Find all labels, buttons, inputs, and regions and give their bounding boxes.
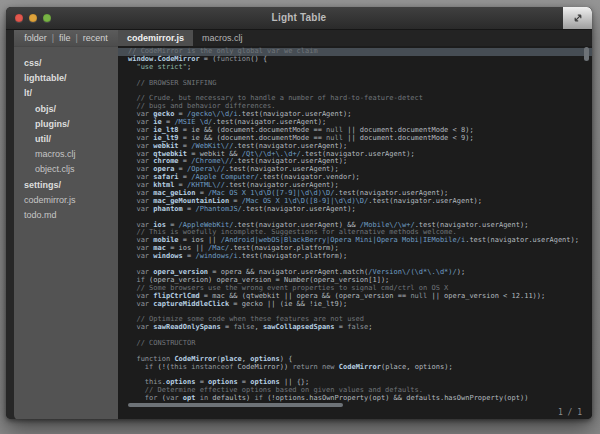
code-token: (!options.hasOwnProperty(opt) && default… — [263, 394, 529, 402]
tree-item-objs[interactable]: objs/ — [14, 102, 118, 117]
code-token: /Mac/ — [208, 244, 229, 252]
window-left-edge — [6, 30, 14, 419]
code-token: = mac && (qtwebkit || opera && (opera_ve… — [200, 292, 411, 300]
code-token: function — [136, 355, 174, 363]
code-token: = — [179, 142, 192, 150]
code-token: // bugs and behavior differences. — [136, 102, 275, 110]
code-token: windows — [153, 252, 183, 260]
code-token: var — [136, 189, 153, 197]
code-token: || opera_version < 12.11)); — [427, 292, 545, 300]
code-token — [128, 378, 145, 386]
code-token: || document.documentMode < 9); — [343, 134, 474, 142]
title-bar[interactable]: Light Table — [6, 7, 592, 30]
code-token: instanceof — [191, 363, 233, 371]
code-token: in — [200, 394, 208, 402]
code-token: = ie && (document.documentMode == — [179, 134, 327, 142]
code-token: var — [136, 236, 153, 244]
code-editor[interactable]: // CodeMirror is the only global var we … — [118, 48, 592, 403]
code-token: = — [183, 252, 196, 260]
code-line[interactable]: if (!(this instanceof CodeMirror)) retur… — [118, 364, 592, 372]
code-line[interactable]: var phantom = /PhantomJS/.test(navigator… — [118, 206, 592, 214]
sidebar-header: folder|file|recent — [14, 30, 118, 47]
code-token: this — [145, 378, 162, 386]
code-line[interactable]: var captureMiddleClick = gecko || (ie &&… — [118, 301, 592, 309]
code-token: opt — [183, 394, 196, 402]
code-token: gecko — [153, 110, 174, 118]
code-token: var — [136, 197, 153, 205]
tree-item-lt[interactable]: lt/ — [14, 86, 118, 101]
code-token: .test(navigator.userAgent) && — [233, 221, 359, 229]
code-token: .test(navigator.userAgent); — [301, 150, 415, 158]
code-token: place — [221, 355, 242, 363]
code-token: var — [136, 300, 153, 308]
tree-item-codemirror-js[interactable]: codemirror.js — [14, 193, 118, 208]
code-token: var — [136, 292, 153, 300]
folder-button[interactable]: folder — [24, 33, 47, 43]
code-line[interactable]: // CONSTRUCTOR — [118, 340, 592, 348]
tab-macros-clj[interactable]: macros.clj — [193, 30, 252, 46]
tree-item-settings[interactable]: settings/ — [14, 178, 118, 193]
file-tree: css/lighttable/lt/objs/plugins/util/macr… — [14, 47, 118, 223]
code-line[interactable]: for (var opt in defaults) if (!options.h… — [118, 395, 592, 403]
code-token: var — [166, 394, 183, 402]
code-token: (place, options); — [381, 363, 453, 371]
code-token: .test(navigator.userAgent); — [225, 165, 339, 173]
code-token: .test(navigator.userAgent); — [212, 118, 326, 126]
code-token: = — [229, 197, 242, 205]
code-token — [128, 386, 145, 394]
tab-codemirror-js[interactable]: codemirror.js — [118, 30, 193, 46]
code-token: /Qt\/\d+\.\d+/ — [242, 150, 301, 158]
code-token: window.CodeMirror — [128, 55, 200, 63]
code-token: return — [292, 363, 317, 371]
code-token: this — [170, 363, 187, 371]
code-token: /Mobile\/\w+/ — [360, 221, 415, 229]
code-token: null — [326, 134, 343, 142]
recent-button[interactable]: recent — [83, 33, 108, 43]
tree-item-object-cljs[interactable]: object.cljs — [14, 162, 118, 177]
fullscreen-button[interactable] — [563, 7, 592, 29]
code-token: .test(navigator.userAgent); — [233, 142, 347, 150]
code-token: = — [162, 118, 175, 126]
code-token: CodeMirror — [339, 363, 381, 371]
code-line[interactable]: var sawReadOnlySpans = false, sawCollaps… — [118, 324, 592, 332]
code-token: = — [195, 378, 208, 386]
code-token: qtwebkit — [153, 150, 187, 158]
code-token: .test(navigator.userAgent); — [225, 181, 339, 189]
code-token: .test(navigator.platform); — [238, 252, 348, 260]
code-token: = ie && (document.documentMode == — [179, 126, 327, 134]
vertical-scrollbar-thumb[interactable] — [584, 47, 589, 61]
code-token: options — [250, 355, 280, 363]
code-token: var — [136, 157, 153, 165]
tree-item-todo-md[interactable]: todo.md — [14, 208, 118, 223]
tree-item-lighttable[interactable]: lighttable/ — [14, 71, 118, 86]
code-token: ; — [187, 63, 191, 71]
code-token: = opera && navigator.userAgent.match( — [208, 268, 368, 276]
code-line[interactable]: var windows = /windows/i.test(navigator.… — [118, 253, 592, 261]
code-token: = ios || — [179, 236, 221, 244]
tree-item-plugins[interactable]: plugins/ — [14, 117, 118, 132]
code-token: (!( — [153, 363, 170, 371]
code-token: /KHTML\// — [187, 181, 225, 189]
header-separator: | — [76, 33, 78, 43]
code-token: (opera_version) opera_version = Number(o… — [145, 276, 389, 284]
code-token: = — [335, 323, 348, 331]
code-token: /Apple Computer/ — [191, 173, 258, 181]
code-token: // Optimize some code when these feature… — [136, 315, 364, 323]
code-token: = ( — [200, 55, 217, 63]
code-token: // CONSTRUCTOR — [136, 339, 195, 347]
file-button[interactable]: file — [59, 33, 71, 43]
tree-item-css[interactable]: css/ — [14, 56, 118, 71]
code-line[interactable]: "use strict"; — [118, 64, 592, 72]
code-token: var — [136, 118, 153, 126]
horizontal-scrollbar-thumb[interactable] — [128, 403, 343, 407]
tree-item-macros-clj[interactable]: macros.clj — [14, 147, 118, 162]
code-token: false — [233, 323, 254, 331]
code-line[interactable]: // BROWSER SNIFFING — [118, 80, 592, 88]
code-token: ie_lt8 — [153, 126, 178, 134]
editor-column: codemirror.jsmacros.clj // CodeMirror is… — [118, 30, 592, 419]
code-token: /Opera\// — [187, 165, 225, 173]
code-token: captureMiddleClick — [153, 300, 229, 308]
code-token — [128, 394, 145, 402]
tree-item-util[interactable]: util/ — [14, 132, 118, 147]
code-token: .test(navigator.userAgent); — [242, 205, 356, 213]
